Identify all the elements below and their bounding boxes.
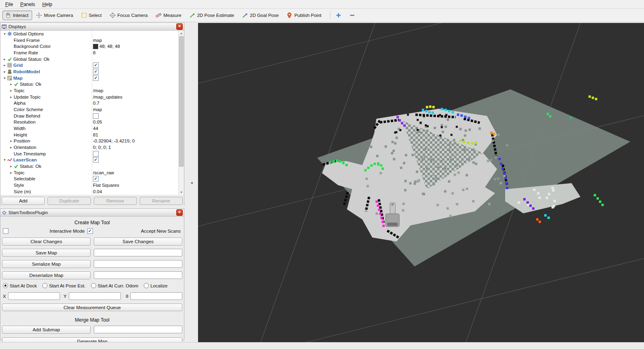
display-row-position[interactable]: ▸Position-0.32904; -3.4215; 0 [0,138,179,144]
display-row-update-topic[interactable]: ▸Update Topic/map_updates [0,94,179,100]
enable-checkbox[interactable] [93,113,99,119]
display-value[interactable]: 0.04 [93,189,173,194]
display-row-height[interactable]: Height81 [0,132,179,138]
panel-collapse-handle[interactable]: ◂ [189,179,194,186]
tree-expand-arrow-icon[interactable]: ▸ [2,70,7,74]
y-input[interactable] [69,292,121,300]
enable-checkbox[interactable]: ✓ [93,75,99,81]
tree-collapse-arrow-icon[interactable]: ▾ [2,76,7,80]
clear-changes-button[interactable]: Clear Changes [2,237,91,246]
display-value[interactable]: map [93,107,173,112]
tree-expand-arrow-icon[interactable]: ▸ [8,164,14,168]
display-row-global-options[interactable]: ▾Global Options [0,31,179,37]
displays-scrollbar[interactable]: ▲ ▼ [178,31,184,195]
display-row-map[interactable]: ▾Map✓ [0,75,179,81]
save-changes-button[interactable]: Save Changes [94,237,182,246]
tree-expand-arrow-icon[interactable]: ▸ [8,171,14,175]
scroll-up-icon[interactable]: ▲ [179,31,184,36]
radio-start-at-curr-odom[interactable]: Start At Curr. Odom [91,283,138,288]
tree-expand-arrow-icon[interactable]: ▸ [8,89,14,93]
enable-checkbox[interactable]: ✓ [93,157,99,163]
add-button[interactable]: Add [2,197,45,205]
display-row-selectable[interactable]: Selectable✓ [0,176,179,182]
deserialize-map-input[interactable] [94,271,182,279]
display-row-orientation[interactable]: ▸Orientation0; 0; 0; 1 [0,144,179,151]
menu-help[interactable]: Help [39,1,56,8]
menu-panels[interactable]: Panels [17,1,39,8]
tool-interact[interactable]: Interact [2,10,32,20]
display-value[interactable]: 48; 48; 48 [93,44,173,49]
tool-focus-camera[interactable]: Focus Camera [107,10,152,20]
display-row-width[interactable]: Width44 [0,125,179,132]
display-value[interactable]: -0.32904; -3.4215; 0 [93,138,173,143]
display-value[interactable]: 0; 0; 0; 1 [93,145,173,150]
accept-new-scans-checkbox[interactable]: ✓ [87,228,93,234]
display-value[interactable]: /scan_raw [93,170,173,175]
menu-file[interactable]: File [2,1,17,8]
slam-titlebar[interactable]: SlamToolboxPlugin ✕ [0,209,184,217]
display-row-topic[interactable]: ▸Topic/scan_raw [0,169,179,176]
interactive-mode-checkbox[interactable] [3,228,8,234]
display-row-robotmodel[interactable]: ▸RobotModel✓ [0,68,179,75]
remove-tool-button[interactable] [347,11,357,20]
display-row-frame-rate[interactable]: Frame Rate8 [0,50,179,56]
clear-measurement-queue-button[interactable]: Clear Measurement Queue [2,304,182,311]
display-row-global-status-ok[interactable]: ▸Global Status: Ok [0,56,179,62]
display-row-fixed-frame[interactable]: Fixed Framemap [0,37,179,43]
display-row-alpha[interactable]: Alpha0.7 [0,100,179,106]
enable-checkbox[interactable]: ✓ [93,69,99,74]
display-value[interactable]: 0.7 [93,101,173,105]
display-value[interactable]: /map [93,88,173,93]
display-row-laserscan[interactable]: ▾LaserScan✓ [0,157,179,163]
add-submap-input[interactable] [94,326,182,333]
display-row-resolution[interactable]: Resolution0.05 [0,119,179,125]
display-value[interactable]: 8 [93,50,173,55]
display-value[interactable]: 81 [93,132,173,137]
display-row-style[interactable]: StyleFlat Squares [0,182,179,188]
tree-expand-arrow-icon[interactable]: ▸ [2,63,7,67]
add-tool-button[interactable] [334,11,343,20]
tool-select[interactable]: Select [78,10,106,20]
tool-2d-pose-estimate[interactable]: 2D Pose Estimate [187,10,238,20]
display-row-size-m[interactable]: Size (m)0.04 [0,188,179,195]
display-value[interactable]: /map_updates [93,95,173,99]
tree-expand-arrow-icon[interactable]: ▸ [2,57,7,61]
tree-collapse-arrow-icon[interactable]: ▾ [2,32,7,36]
tool-measure[interactable]: Measure [153,10,186,20]
tree-expand-arrow-icon[interactable]: ▸ [8,139,14,143]
slam-close-button[interactable]: ✕ [176,209,183,216]
scrollbar-thumb[interactable] [179,36,184,167]
theta-input[interactable] [130,292,182,300]
radio-localize[interactable]: Localize [144,283,168,288]
display-value[interactable]: 44 [93,126,173,131]
scroll-down-icon[interactable]: ▼ [179,190,184,195]
tool-2d-goal-pose[interactable]: 2D Goal Pose [239,10,283,20]
displays-close-button[interactable]: ✕ [176,23,183,30]
save-map-input[interactable] [94,249,182,256]
display-row-use-timestamp[interactable]: Use Timestamp [0,151,179,157]
display-value[interactable]: map [93,38,173,43]
3d-viewport[interactable] [198,23,644,343]
display-row-background-color[interactable]: Background Color48; 48; 48 [0,43,179,50]
add-submap-button[interactable]: Add Submap [2,326,91,334]
tool-move-camera[interactable]: Move Camera [33,10,77,20]
display-row-color-scheme[interactable]: Color Schememap [0,106,179,113]
display-row-status-ok[interactable]: ▸Status: Ok [0,81,179,87]
display-row-draw-behind[interactable]: Draw Behind [0,113,179,119]
tree-expand-arrow-icon[interactable]: ▸ [8,95,14,99]
tree-collapse-arrow-icon[interactable]: ▾ [2,158,7,162]
serialize-map-button[interactable]: Serialize Map [2,260,91,268]
radio-start-at-dock[interactable]: Start At Dock [3,283,37,288]
displays-titlebar[interactable]: Displays ✕ [0,23,184,31]
display-row-grid[interactable]: ▸Grid✓ [0,62,179,68]
enable-checkbox[interactable]: ✓ [93,62,99,68]
radio-start-at-pose-est[interactable]: Start At Pose Est. [42,283,86,288]
x-input[interactable] [8,292,60,300]
display-value[interactable]: 0.05 [93,120,173,124]
display-row-status-ok[interactable]: ▸Status: Ok [0,163,179,169]
save-map-button[interactable]: Save Map [2,249,91,257]
display-row-topic[interactable]: ▸Topic/map [0,87,179,94]
tool-publish-point[interactable]: Publish Point [284,10,325,20]
display-value[interactable]: Flat Squares [93,183,173,188]
enable-checkbox[interactable]: ✓ [93,176,99,182]
